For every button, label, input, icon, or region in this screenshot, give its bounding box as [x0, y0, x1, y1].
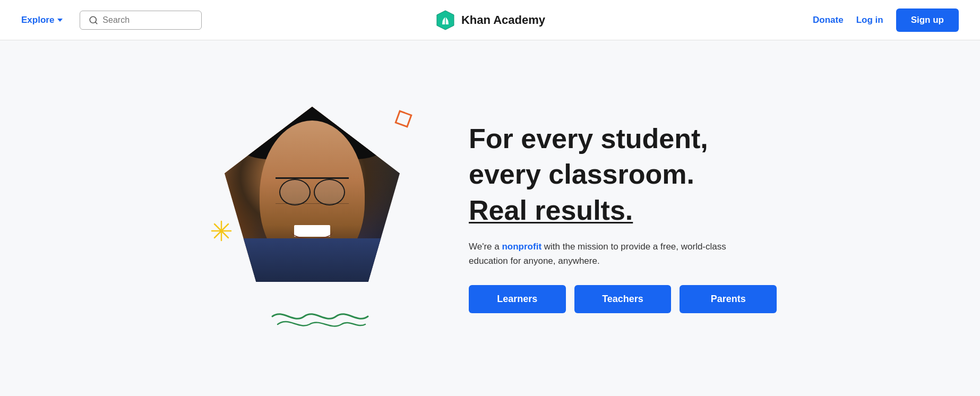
learners-button[interactable]: Learners [469, 285, 566, 313]
hero-content: For every student, every classroom. Real… [469, 123, 777, 314]
search-input[interactable] [102, 15, 193, 25]
navigation: Explore Khan Academy Donate Log in Sign … [0, 0, 980, 40]
scribble-decoration [267, 298, 373, 335]
explore-label: Explore [21, 15, 54, 25]
signup-button[interactable]: Sign up [896, 8, 959, 32]
hero-section: For every student, every classroom. Real… [0, 40, 980, 396]
hero-buttons: Learners Teachers Parents [469, 285, 777, 313]
hero-title-line2: every classroom. [469, 159, 777, 191]
chevron-down-icon [57, 19, 63, 22]
brand-logo-icon [435, 10, 456, 31]
login-link[interactable]: Log in [856, 15, 883, 25]
nav-right: Donate Log in Sign up [813, 8, 959, 32]
svg-point-8 [220, 229, 223, 233]
star-decoration [209, 218, 234, 244]
nav-left: Explore [21, 11, 202, 30]
parents-button[interactable]: Parents [680, 285, 777, 313]
explore-button[interactable]: Explore [21, 15, 63, 25]
donate-link[interactable]: Donate [813, 15, 844, 25]
nav-center: Khan Academy [435, 10, 545, 31]
svg-line-1 [96, 22, 97, 23]
hero-image-area [203, 96, 426, 340]
hero-subtitle: We're a nonprofit with the mission to pr… [469, 239, 734, 268]
hero-title: For every student, every classroom. Real… [469, 123, 777, 227]
hero-title-line3: Real results. [469, 195, 777, 227]
nonprofit-highlight: nonprofit [502, 242, 541, 252]
teachers-button[interactable]: Teachers [574, 285, 672, 313]
hero-title-line1: For every student, [469, 123, 777, 155]
hero-student-photo [225, 107, 400, 282]
search-icon [89, 15, 98, 25]
brand-name: Khan Academy [461, 13, 545, 27]
search-box [80, 11, 202, 30]
orange-square-decoration [394, 110, 412, 127]
